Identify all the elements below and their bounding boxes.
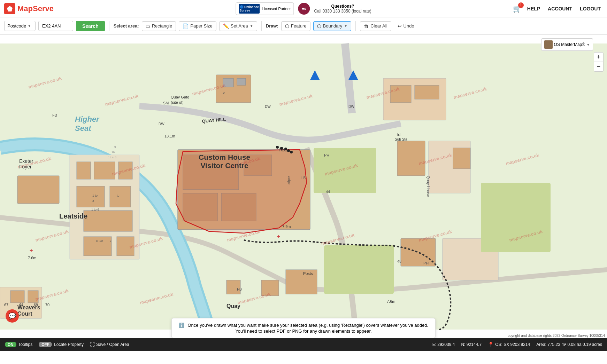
- postcode-input[interactable]: [38, 21, 73, 31]
- svg-text:FB: FB: [237, 287, 242, 291]
- zoom-in-button[interactable]: +: [594, 52, 604, 62]
- svg-text:1: 1: [223, 85, 225, 89]
- feature-icon: ⬡: [285, 23, 289, 29]
- svg-text:2: 2: [223, 91, 225, 95]
- cart-button[interactable]: 🛒 1: [513, 5, 522, 13]
- svg-text:DW: DW: [348, 105, 354, 109]
- rectangle-icon: ▭: [146, 23, 150, 29]
- postcode-label: Postcode: [7, 23, 26, 29]
- os-ref: OS: SX 9203 9214: [495, 342, 530, 347]
- toolbar-divider-1: [109, 21, 109, 31]
- svg-point-62: [287, 149, 290, 152]
- survey-badge: HS: [298, 3, 310, 15]
- svg-marker-7: [176, 150, 307, 233]
- svg-rect-15: [415, 85, 439, 99]
- os-ref-item: 📍 OS: SX 9203 9214: [488, 342, 530, 347]
- svg-text:Sub Sta: Sub Sta: [395, 137, 407, 141]
- set-area-label: Set Area: [231, 23, 248, 29]
- questions-block: Questions? Call 0330 133 3850 (local rat…: [314, 4, 371, 14]
- set-area-button[interactable]: ✏️ Set Area ▼: [219, 21, 257, 31]
- svg-text:Posts: Posts: [303, 271, 313, 276]
- undo-icon: ↩: [398, 23, 402, 29]
- boundary-icon: ⬡: [317, 23, 321, 29]
- map-layer-control[interactable]: OS MasterMap® ▼: [541, 38, 593, 51]
- svg-rect-33: [117, 237, 134, 256]
- svg-rect-31: [84, 211, 132, 231]
- search-button[interactable]: Search: [76, 21, 105, 31]
- cart-badge: 1: [518, 2, 524, 8]
- svg-text:7.6m: 7.6m: [28, 256, 36, 260]
- svg-text:1 to: 1 to: [92, 194, 98, 197]
- boundary-label: Boundary: [323, 23, 343, 29]
- status-bar: ON Tooltips OFF Locate Property ⛶ Save /…: [0, 338, 607, 351]
- os-partner-badge: 🔵 OrdnanceSurvey Licensed Partner: [236, 2, 294, 15]
- boundary-chevron-icon: ▼: [344, 24, 347, 28]
- svg-rect-22: [10, 291, 24, 303]
- paper-size-button[interactable]: 📄 Paper Size: [179, 21, 216, 31]
- paper-size-icon: 📄: [183, 23, 189, 29]
- blue-arrow-left: ▲: [307, 66, 323, 83]
- svg-rect-19: [401, 238, 436, 266]
- undo-button[interactable]: ↩ Undo: [394, 22, 418, 31]
- svg-point-60: [280, 147, 283, 150]
- tooltips-toggle[interactable]: ON: [5, 342, 16, 347]
- svg-text:1 to 6: 1 to 6: [91, 208, 99, 211]
- zoom-controls: + −: [594, 52, 604, 72]
- svg-text:44: 44: [326, 190, 330, 194]
- svg-point-59: [276, 146, 279, 149]
- svg-rect-26: [77, 162, 91, 179]
- locate-toggle[interactable]: OFF: [39, 342, 52, 347]
- trash-icon: 🗑: [364, 23, 369, 29]
- logout-button[interactable]: LOGOUT: [578, 5, 603, 13]
- save-area-item[interactable]: ⛶ Save / Open Area: [90, 342, 129, 347]
- set-area-chevron-icon: ▼: [250, 24, 253, 28]
- svg-text:7.6m: 7.6m: [387, 299, 395, 303]
- rectangle-button[interactable]: ▭ Rectangle: [142, 21, 176, 31]
- svg-text:9: 9: [114, 145, 116, 149]
- svg-text:70: 70: [45, 303, 49, 307]
- os-logo-text: 🔵 OrdnanceSurvey: [240, 5, 259, 12]
- chat-button[interactable]: 💬: [6, 309, 19, 323]
- svg-text:15 to 2: 15 to 2: [108, 156, 117, 159]
- svg-text:7: 7: [110, 239, 112, 243]
- svg-text:67: 67: [4, 303, 8, 307]
- map-container[interactable]: 1 2: [0, 35, 607, 338]
- os-partner-label: Licensed Partner: [262, 7, 291, 11]
- svg-rect-30: [110, 186, 131, 207]
- clear-all-button[interactable]: 🗑 Clear All: [360, 21, 391, 31]
- svg-text:69: 69: [34, 303, 38, 307]
- map-background: 1 2: [0, 35, 607, 338]
- svg-rect-23: [28, 291, 38, 303]
- svg-rect-28: [118, 162, 132, 179]
- logo-icon: [4, 3, 15, 14]
- rectangle-label: Rectangle: [152, 23, 172, 29]
- svg-text:SM: SM: [163, 101, 169, 105]
- feature-button[interactable]: ⬡ Feature: [281, 21, 310, 31]
- account-button[interactable]: ACCOUNT: [546, 5, 574, 13]
- postcode-dropdown[interactable]: Postcode ▼: [4, 21, 36, 31]
- notification-line2: You'll need to select PDF or PNG for any…: [179, 329, 428, 334]
- svg-text:Lodge: Lodge: [287, 176, 291, 184]
- svg-text:(site of): (site of): [171, 100, 184, 104]
- boundary-button[interactable]: ⬡ Boundary ▼: [313, 21, 352, 31]
- logo: MapServe: [4, 3, 54, 14]
- notification-line1: ℹ️ Once you've drawn what you want make …: [179, 323, 428, 328]
- notification-icon: ℹ️: [179, 323, 184, 328]
- zoom-out-button[interactable]: −: [594, 62, 604, 72]
- copyright-text: opyright and database rights 2023 Ordnan…: [508, 334, 605, 338]
- feature-label: Feature: [291, 23, 307, 29]
- coords-e: E: 292039.4: [432, 342, 455, 347]
- save-label: Save / Open Area: [96, 342, 129, 347]
- help-button[interactable]: HELP: [525, 5, 542, 13]
- blue-arrow-right: ▲: [345, 66, 362, 83]
- svg-rect-35: [261, 280, 279, 296]
- header: MapServe 🔵 OrdnanceSurvey Licensed Partn…: [0, 0, 607, 17]
- svg-text:DW: DW: [265, 105, 271, 109]
- svg-point-63: [290, 151, 293, 153]
- locate-toggle-group: OFF Locate Property: [39, 342, 84, 347]
- undo-label: Undo: [404, 23, 414, 29]
- svg-text:3: 3: [92, 199, 94, 203]
- svg-text:LB: LB: [301, 176, 306, 180]
- toolbar-divider-2: [261, 21, 262, 31]
- svg-rect-16: [397, 141, 425, 176]
